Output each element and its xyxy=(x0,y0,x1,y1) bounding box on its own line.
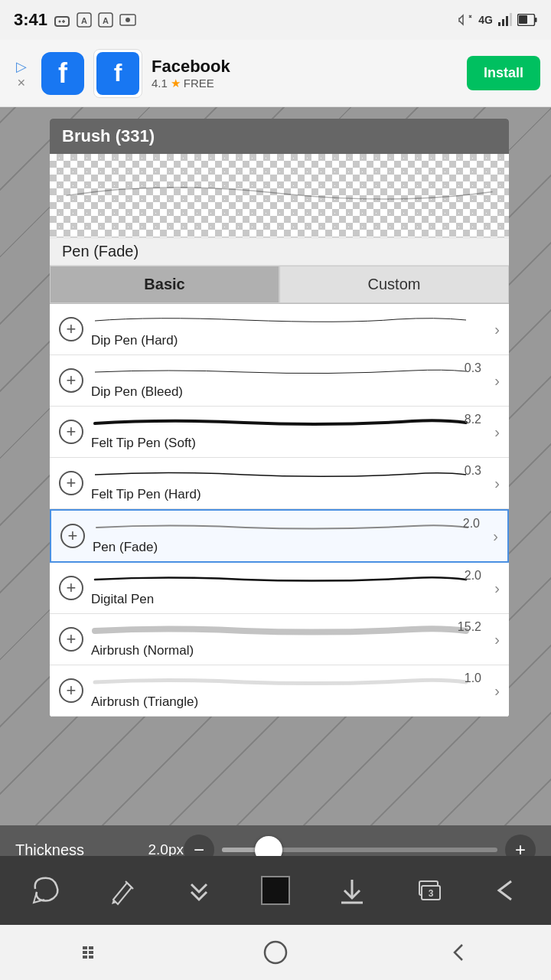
mute-icon xyxy=(458,12,474,28)
brush-arrow-icon[interactable]: › xyxy=(494,321,500,338)
system-menu-button[interactable] xyxy=(69,929,115,975)
brush-arrow-icon[interactable]: › xyxy=(494,580,500,597)
brush-name: Pen (Fade) xyxy=(93,540,488,555)
brush-arrow-icon[interactable]: › xyxy=(494,475,500,492)
brush-arrow-icon[interactable]: › xyxy=(494,423,500,441)
add-brush-button[interactable]: + xyxy=(60,524,85,548)
add-brush-button[interactable]: + xyxy=(59,317,83,341)
svg-rect-9 xyxy=(502,19,504,26)
stroke-svg xyxy=(91,464,490,485)
svg-rect-22 xyxy=(89,946,93,949)
ad-close-controls[interactable]: ▷ ✕ xyxy=(11,58,32,89)
ad-star: ★ xyxy=(171,77,181,90)
ad-title: Facebook xyxy=(152,57,458,77)
battery-icon xyxy=(517,14,537,26)
game-icon xyxy=(54,11,70,28)
stroke-svg xyxy=(91,671,490,693)
svg-text:A: A xyxy=(81,16,87,25)
brush-value: 1.0 xyxy=(465,671,481,685)
system-home-button[interactable] xyxy=(253,929,298,975)
brush-name-label: Pen (Fade) xyxy=(50,238,509,266)
svg-rect-26 xyxy=(89,956,93,959)
tab-custom[interactable]: Custom xyxy=(279,266,509,303)
status-time: 3:41 xyxy=(14,10,47,30)
brush-value: 8.2 xyxy=(465,413,481,426)
download-button[interactable] xyxy=(328,866,377,915)
brush-name: Airbrush (Normal) xyxy=(91,643,490,658)
ad-dismiss-icon[interactable]: ✕ xyxy=(17,77,26,89)
stroke-svg xyxy=(91,569,490,590)
tab-basic[interactable]: Basic xyxy=(50,266,279,303)
brush-item-content: Felt Tip Pen (Hard) xyxy=(91,464,490,502)
system-back-button[interactable] xyxy=(436,929,482,975)
ad-play-icon[interactable]: ▷ xyxy=(16,58,27,75)
brush-name: Dip Pen (Bleed) xyxy=(91,384,490,400)
brush-name: Felt Tip Pen (Hard) xyxy=(91,487,490,502)
layers-button[interactable]: 3 xyxy=(404,866,453,915)
brush-item-content: Dip Pen (Hard) xyxy=(91,310,490,348)
brush-arrow-icon[interactable]: › xyxy=(494,372,500,390)
brush-stroke-preview xyxy=(91,620,490,642)
svg-rect-13 xyxy=(535,18,537,22)
lasso-tool-button[interactable] xyxy=(21,866,70,915)
add-brush-button[interactable]: + xyxy=(59,678,83,703)
download-icon xyxy=(335,874,369,907)
brush-item-content: Pen (Fade) xyxy=(93,517,488,555)
home-circle-icon xyxy=(262,939,289,966)
brush-arrow-icon[interactable]: › xyxy=(494,682,500,700)
thickness-slider-track[interactable] xyxy=(222,848,497,852)
back-button[interactable] xyxy=(481,866,530,915)
stroke-svg xyxy=(91,620,490,642)
brush-arrow-icon[interactable]: › xyxy=(493,528,498,545)
brush-name: Digital Pen xyxy=(91,592,490,607)
svg-line-15 xyxy=(126,881,133,889)
brush-value: 2.0 xyxy=(465,569,481,583)
collapse-icon xyxy=(182,874,216,907)
list-item-selected[interactable]: + Pen (Fade) 2.0 › xyxy=(50,509,509,563)
svg-text:A: A xyxy=(103,16,109,25)
add-brush-button[interactable]: + xyxy=(59,627,83,652)
ad-logo-small: f xyxy=(41,52,84,95)
add-brush-button[interactable]: + xyxy=(59,471,83,495)
font-a-icon-2: A xyxy=(98,12,113,28)
brush-name: Airbrush (Triangle) xyxy=(91,694,490,710)
list-item[interactable]: + Airbrush (Triangle) 1.0 › xyxy=(50,665,509,717)
svg-rect-24 xyxy=(89,951,93,954)
ad-logo-large-inner: f xyxy=(96,52,139,95)
add-brush-button[interactable]: + xyxy=(59,368,83,393)
svg-rect-11 xyxy=(510,13,512,26)
list-item[interactable]: + Dip Pen (Bleed) 0.3 › xyxy=(50,355,509,407)
brush-stroke-preview xyxy=(93,517,488,538)
list-item[interactable]: + Digital Pen 2.0 › xyxy=(50,563,509,614)
list-item[interactable]: + Felt Tip Pen (Soft) 8.2 › xyxy=(50,407,509,458)
list-item[interactable]: + Airbrush (Normal) 15.2 › xyxy=(50,614,509,665)
svg-rect-10 xyxy=(506,16,508,26)
brush-name: Dip Pen (Hard) xyxy=(91,333,490,348)
color-swatch xyxy=(261,876,290,905)
stroke-svg xyxy=(91,361,490,383)
tab-bar: Basic Custom xyxy=(50,266,509,304)
brush-arrow-icon[interactable]: › xyxy=(494,631,500,648)
svg-rect-25 xyxy=(83,956,87,959)
back-arrow-icon xyxy=(488,874,522,907)
brush-name: Felt Tip Pen (Soft) xyxy=(91,436,490,451)
list-item[interactable]: + Dip Pen (Hard) › xyxy=(50,304,509,355)
ad-meta: 4.1 ★ FREE xyxy=(152,77,458,90)
pen-tool-button[interactable] xyxy=(98,866,147,915)
pen-icon xyxy=(106,874,139,907)
brush-preview-stroke xyxy=(50,154,509,237)
ad-banner[interactable]: ▷ ✕ f f Facebook 4.1 ★ FREE Install xyxy=(0,40,551,107)
brush-value: 15.2 xyxy=(458,620,481,634)
signal-icon xyxy=(497,12,513,28)
ad-install-button[interactable]: Install xyxy=(467,56,540,90)
panel-title: Brush (331) xyxy=(62,126,155,146)
network-type: 4G xyxy=(478,14,493,26)
add-brush-button[interactable]: + xyxy=(59,576,83,600)
add-brush-button[interactable]: + xyxy=(59,420,83,444)
list-item[interactable]: + Felt Tip Pen (Hard) 0.3 › xyxy=(50,458,509,509)
lasso-icon xyxy=(29,874,63,907)
brush-panel: Brush (331) Pen (Fade) Basic Custom + Di… xyxy=(50,119,509,717)
brush-preview xyxy=(50,154,509,238)
collapse-button[interactable] xyxy=(174,866,223,915)
color-picker-button[interactable] xyxy=(251,866,300,915)
